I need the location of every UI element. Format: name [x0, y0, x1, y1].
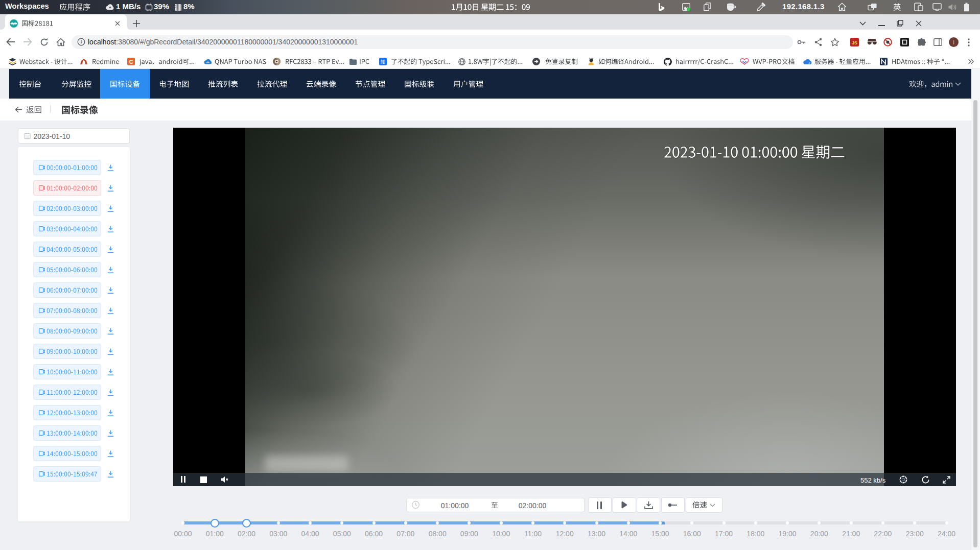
svg-text:JS: JS — [852, 40, 857, 45]
svg-text:C: C — [129, 59, 133, 65]
svg-text:l: l — [953, 40, 954, 45]
